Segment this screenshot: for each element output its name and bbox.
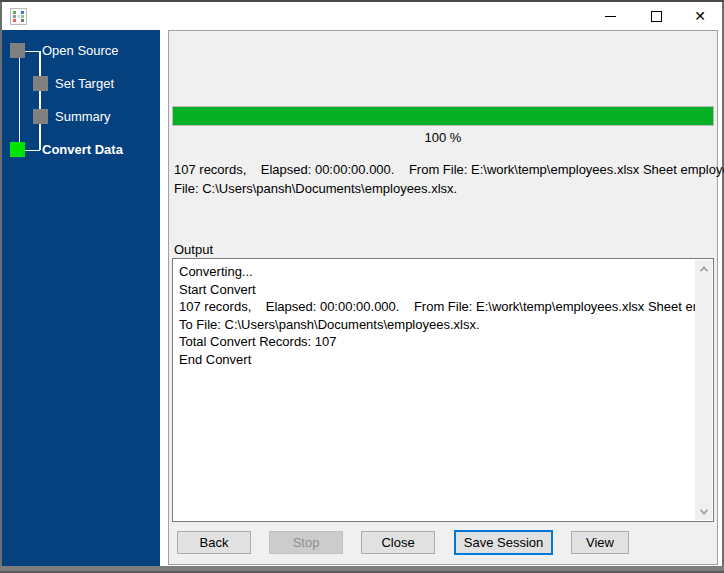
output-log-line: To File: C:\Users\pansh\Documents\employ… [179, 316, 693, 334]
output-log-line: End Convert [179, 351, 693, 369]
content-panel: 100 % 107 records, Elapsed: 00:00:00.000… [168, 30, 718, 565]
step-label-open-source: Open Source [42, 43, 119, 58]
spreadsheet-app-icon [10, 8, 27, 25]
step-label-set-target: Set Target [55, 76, 114, 91]
back-button[interactable]: Back [177, 531, 251, 554]
status-text-line: File: C:\Users\pansh\Documents\employees… [174, 179, 713, 198]
save-session-button[interactable]: Save Session [454, 530, 553, 555]
output-log-lines: Converting... Start Convert 107 records,… [173, 259, 695, 521]
status-text-line: 107 records, Elapsed: 00:00:00.000. From… [174, 160, 713, 179]
scroll-up-button[interactable] [695, 260, 712, 277]
wizard-window: ✕ Open Source Set Target Summary Convert… [0, 0, 724, 573]
output-log-line: Total Convert Records: 107 [179, 333, 693, 351]
output-scrollbar[interactable] [695, 260, 712, 520]
progress-bar-fill [173, 107, 713, 125]
maximize-button[interactable] [634, 2, 678, 30]
step-indicator-summary [33, 109, 48, 124]
step-indicator-convert-data [10, 142, 25, 157]
main-area: 100 % 107 records, Elapsed: 00:00:00.000… [160, 30, 722, 566]
output-log-line: Start Convert [179, 281, 693, 299]
wizard-steps-sidebar: Open Source Set Target Summary Convert D… [2, 30, 160, 566]
progress-bar [172, 106, 714, 126]
minimize-button[interactable] [588, 2, 632, 30]
close-icon: ✕ [694, 9, 706, 23]
step-connector-line [25, 150, 40, 152]
output-log-line: 107 records, Elapsed: 00:00:00.000. From… [179, 298, 693, 316]
step-connector-line [19, 58, 21, 142]
close-button[interactable]: Close [361, 531, 435, 554]
view-button[interactable]: View [571, 531, 629, 554]
step-indicator-open-source [10, 43, 25, 58]
stop-button: Stop [269, 531, 343, 554]
maximize-icon [651, 11, 662, 22]
chevron-down-icon [699, 506, 707, 514]
minimize-icon [605, 16, 616, 17]
titlebar-close-button[interactable]: ✕ [678, 2, 722, 30]
step-label-convert-data: Convert Data [42, 142, 123, 157]
status-text: 107 records, Elapsed: 00:00:00.000. From… [174, 160, 713, 198]
step-label-summary: Summary [55, 109, 111, 124]
step-connector-line [39, 51, 41, 150]
scroll-down-button[interactable] [695, 503, 712, 520]
chevron-up-icon [699, 266, 707, 274]
title-bar[interactable]: ✕ [2, 2, 722, 30]
window-bottom-border [0, 566, 724, 573]
step-indicator-set-target [33, 76, 48, 91]
output-label: Output [174, 242, 213, 257]
output-log-line: Converting... [179, 263, 693, 281]
output-log[interactable]: Converting... Start Convert 107 records,… [172, 258, 714, 522]
step-connector-line [25, 51, 40, 53]
progress-percent-label: 100 % [169, 130, 717, 145]
